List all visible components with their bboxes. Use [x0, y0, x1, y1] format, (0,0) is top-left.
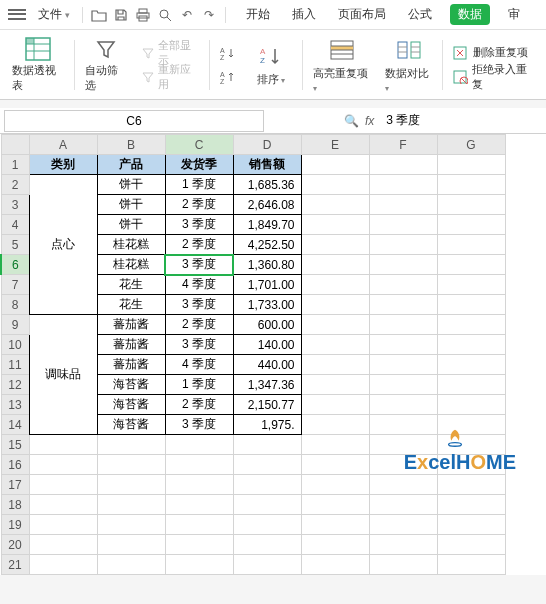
- product-cell[interactable]: 饼干: [97, 195, 165, 215]
- empty-cell[interactable]: [29, 555, 97, 575]
- empty-cell[interactable]: [97, 535, 165, 555]
- table-header[interactable]: 产品: [97, 155, 165, 175]
- reject-dup-button[interactable]: 拒绝录入重复: [449, 66, 538, 88]
- tab-formula[interactable]: 公式: [404, 4, 436, 25]
- row-header-16[interactable]: 16: [1, 455, 29, 475]
- empty-cell[interactable]: [97, 455, 165, 475]
- compare-button[interactable]: 数据对比: [381, 35, 436, 95]
- row-header-17[interactable]: 17: [1, 475, 29, 495]
- empty-cell[interactable]: [233, 475, 301, 495]
- remove-dup-button[interactable]: 删除重复项: [449, 42, 538, 64]
- empty-cell[interactable]: [369, 455, 437, 475]
- table-header[interactable]: 销售额: [233, 155, 301, 175]
- empty-cell[interactable]: [233, 435, 301, 455]
- sales-cell[interactable]: 2,150.77: [233, 395, 301, 415]
- row-header-2[interactable]: 2: [1, 175, 29, 195]
- empty-cell[interactable]: [369, 435, 437, 455]
- open-icon[interactable]: [89, 5, 109, 25]
- product-cell[interactable]: 蕃茄酱: [97, 355, 165, 375]
- sort-asc-button[interactable]: AZ: [216, 42, 240, 64]
- empty-cell[interactable]: [369, 495, 437, 515]
- col-header-G[interactable]: G: [437, 135, 505, 155]
- empty-cell[interactable]: [437, 495, 505, 515]
- quarter-cell[interactable]: 3 季度: [165, 415, 233, 435]
- select-all-corner[interactable]: [1, 135, 29, 155]
- empty-cell[interactable]: [165, 475, 233, 495]
- tab-layout[interactable]: 页面布局: [334, 4, 390, 25]
- row-header-11[interactable]: 11: [1, 355, 29, 375]
- empty-cell[interactable]: [301, 535, 369, 555]
- tab-insert[interactable]: 插入: [288, 4, 320, 25]
- empty-cell[interactable]: [165, 555, 233, 575]
- col-header-B[interactable]: B: [97, 135, 165, 155]
- sales-cell[interactable]: 2,646.08: [233, 195, 301, 215]
- row-header-18[interactable]: 18: [1, 495, 29, 515]
- row-header-8[interactable]: 8: [1, 295, 29, 315]
- product-cell[interactable]: 蕃茄酱: [97, 315, 165, 335]
- print-icon[interactable]: [133, 5, 153, 25]
- fx-icon[interactable]: fx: [365, 114, 374, 128]
- empty-cell[interactable]: [165, 455, 233, 475]
- empty-cell[interactable]: [29, 535, 97, 555]
- product-cell[interactable]: 桂花糕: [97, 235, 165, 255]
- empty-cell[interactable]: [29, 475, 97, 495]
- sales-cell[interactable]: 1,975.: [233, 415, 301, 435]
- empty-cell[interactable]: [29, 495, 97, 515]
- save-icon[interactable]: [111, 5, 131, 25]
- quarter-cell[interactable]: 2 季度: [165, 315, 233, 335]
- row-header-9[interactable]: 9: [1, 315, 29, 335]
- redo-icon[interactable]: ↷: [199, 5, 219, 25]
- quarter-cell[interactable]: 1 季度: [165, 175, 233, 195]
- product-cell[interactable]: 蕃茄酱: [97, 335, 165, 355]
- empty-cell[interactable]: [369, 515, 437, 535]
- sort-button[interactable]: AZ 排序: [246, 35, 296, 95]
- name-box[interactable]: [4, 110, 264, 132]
- empty-cell[interactable]: [301, 475, 369, 495]
- sales-cell[interactable]: 140.00: [233, 335, 301, 355]
- col-header-F[interactable]: F: [369, 135, 437, 155]
- category-cell[interactable]: 点心: [29, 175, 97, 315]
- tab-review[interactable]: 审: [504, 4, 524, 25]
- table-header[interactable]: 类别: [29, 155, 97, 175]
- empty-cell[interactable]: [301, 495, 369, 515]
- row-header-19[interactable]: 19: [1, 515, 29, 535]
- product-cell[interactable]: 饼干: [97, 175, 165, 195]
- empty-cell[interactable]: [97, 435, 165, 455]
- col-header-A[interactable]: A: [29, 135, 97, 155]
- category-cell[interactable]: 调味品: [29, 315, 97, 435]
- empty-cell[interactable]: [97, 495, 165, 515]
- sales-cell[interactable]: 1,849.70: [233, 215, 301, 235]
- row-header-5[interactable]: 5: [1, 235, 29, 255]
- undo-icon[interactable]: ↶: [177, 5, 197, 25]
- product-cell[interactable]: 花生: [97, 275, 165, 295]
- empty-cell[interactable]: [437, 475, 505, 495]
- row-header-15[interactable]: 15: [1, 435, 29, 455]
- empty-cell[interactable]: [301, 455, 369, 475]
- product-cell[interactable]: 桂花糕: [97, 255, 165, 275]
- row-header-3[interactable]: 3: [1, 195, 29, 215]
- search-fx-icon[interactable]: 🔍: [344, 114, 359, 128]
- empty-cell[interactable]: [233, 515, 301, 535]
- empty-cell[interactable]: [97, 515, 165, 535]
- sort-desc-button[interactable]: AZ: [216, 66, 240, 88]
- col-header-D[interactable]: D: [233, 135, 301, 155]
- sales-cell[interactable]: 1,360.80: [233, 255, 301, 275]
- sales-cell[interactable]: 4,252.50: [233, 235, 301, 255]
- product-cell[interactable]: 花生: [97, 295, 165, 315]
- sales-cell[interactable]: 440.00: [233, 355, 301, 375]
- empty-cell[interactable]: [233, 535, 301, 555]
- empty-cell[interactable]: [29, 515, 97, 535]
- quarter-cell[interactable]: 3 季度: [165, 215, 233, 235]
- empty-cell[interactable]: [369, 535, 437, 555]
- row-header-10[interactable]: 10: [1, 335, 29, 355]
- sales-cell[interactable]: 600.00: [233, 315, 301, 335]
- empty-cell[interactable]: [165, 435, 233, 455]
- row-header-20[interactable]: 20: [1, 535, 29, 555]
- row-header-4[interactable]: 4: [1, 215, 29, 235]
- tab-data[interactable]: 数据: [450, 4, 490, 25]
- quarter-cell[interactable]: 3 季度: [165, 295, 233, 315]
- empty-cell[interactable]: [165, 535, 233, 555]
- empty-cell[interactable]: [233, 455, 301, 475]
- empty-cell[interactable]: [29, 455, 97, 475]
- empty-cell[interactable]: [437, 515, 505, 535]
